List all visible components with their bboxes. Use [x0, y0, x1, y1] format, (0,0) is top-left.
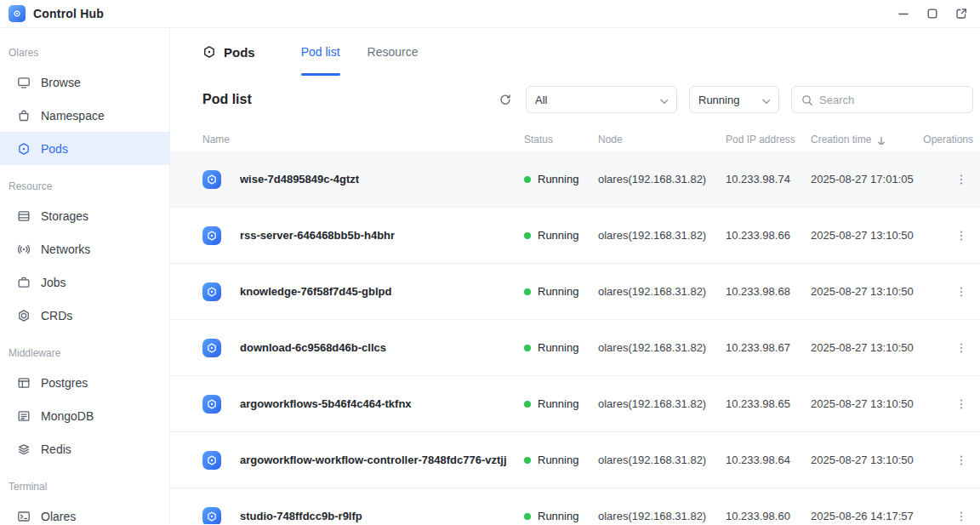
table-row[interactable]: argoworkflows-5b46f4c464-tkfnx Running o… — [170, 376, 980, 432]
sort-descending-icon — [875, 134, 885, 145]
sidebar-item-label: Olares — [41, 510, 76, 523]
pod-name: rss-server-646468bb5b-h4bhr — [240, 229, 395, 242]
sidebar-item-label: CRDs — [41, 309, 72, 322]
more-actions-icon[interactable] — [949, 450, 973, 471]
sidebar-item-postgres[interactable]: Postgres — [0, 366, 169, 399]
browse-icon — [17, 76, 31, 89]
sidebar-section-olares: Olares Browse Namespace Pods — [0, 40, 169, 165]
node-name: olares(192.168.31.82) — [598, 173, 726, 185]
table-row[interactable]: rss-server-646468bb5b-h4bhr Running olar… — [170, 208, 980, 264]
page-title: Pods — [202, 28, 255, 76]
table-row[interactable]: studio-748ffdcc9b-r9lfp Running olares(1… — [170, 488, 980, 524]
pod-name: argoworkflow-workflow-controller-7848fdc… — [240, 454, 507, 466]
maximize-icon[interactable] — [926, 7, 939, 20]
more-actions-icon[interactable] — [949, 282, 973, 302]
status-filter-dropdown[interactable]: Running — [689, 86, 779, 113]
status-running-dot — [524, 288, 531, 295]
sidebar-section-middleware: Middleware Postgres MongoDB Redis — [0, 340, 169, 465]
redis-icon — [17, 442, 31, 456]
status-text: Running — [538, 285, 578, 298]
pod-ip-address: 10.233.98.66 — [726, 229, 811, 242]
more-actions-icon[interactable] — [949, 506, 973, 525]
sidebar-item-mongodb[interactable]: MongoDB — [0, 399, 169, 432]
node-name: olares(192.168.31.82) — [598, 341, 726, 354]
open-external-icon[interactable] — [954, 7, 968, 20]
pod-name: knowledge-76f58f7d45-gblpd — [240, 285, 391, 298]
crds-icon — [17, 309, 31, 322]
node-name: olares(192.168.31.82) — [598, 397, 726, 410]
refresh-icon[interactable] — [497, 91, 514, 108]
networks-icon — [17, 243, 31, 256]
category-filter-value: All — [535, 94, 547, 106]
sidebar-item-redis[interactable]: Redis — [0, 432, 169, 465]
node-name: olares(192.168.31.82) — [598, 285, 726, 298]
column-header-node: Node — [598, 134, 726, 146]
status-text: Running — [538, 397, 578, 410]
sidebar-item-browse[interactable]: Browse — [0, 66, 169, 99]
pod-icon — [202, 282, 221, 301]
pod-icon — [202, 226, 221, 245]
pod-name: download-6c9568d46b-cllcs — [240, 341, 386, 354]
column-header-creation-time[interactable]: Creation time — [811, 134, 932, 146]
creation-time: 2025-08-27 13:10:50 — [811, 285, 932, 298]
chevron-down-icon — [658, 94, 668, 105]
sidebar-item-terminal-olares[interactable]: Olares — [0, 499, 169, 524]
search-input[interactable] — [819, 94, 964, 106]
pod-icon — [202, 339, 221, 357]
more-actions-icon[interactable] — [949, 338, 973, 358]
pods-title-icon — [202, 45, 216, 59]
minimize-icon[interactable] — [897, 7, 910, 20]
pod-ip-address: 10.233.98.74 — [726, 173, 811, 185]
sidebar-item-label: Namespace — [41, 109, 105, 123]
column-header-name: Name — [202, 134, 524, 146]
sidebar-item-jobs[interactable]: Jobs — [0, 265, 169, 299]
sidebar-item-networks[interactable]: Networks — [0, 232, 169, 265]
storages-icon — [17, 209, 31, 223]
sidebar-item-storages[interactable]: Storages — [0, 199, 169, 232]
column-header-status: Status — [524, 134, 598, 146]
table-row[interactable]: download-6c9568d46b-cllcs Running olares… — [170, 320, 980, 376]
status-text: Running — [538, 173, 578, 185]
titlebar: Control Hub — [0, 0, 980, 28]
pod-icon — [202, 507, 221, 525]
search-icon — [801, 94, 812, 106]
sidebar-item-crds[interactable]: CRDs — [0, 299, 169, 332]
more-actions-icon[interactable] — [949, 169, 973, 190]
sidebar-section-label: Terminal — [0, 474, 169, 499]
node-name: olares(192.168.31.82) — [598, 510, 726, 522]
creation-time: 2025-08-27 17:01:05 — [811, 173, 932, 185]
status-running-dot — [524, 176, 531, 183]
status-text: Running — [538, 454, 578, 466]
app-logo-icon — [9, 5, 26, 22]
node-name: olares(192.168.31.82) — [598, 229, 726, 242]
table-row[interactable]: wise-7d4895849c-4gtzt Running olares(192… — [170, 151, 980, 208]
tab-resource[interactable]: Resource — [368, 28, 419, 76]
pod-ip-address: 10.233.98.68 — [726, 285, 811, 298]
tab-pod-list[interactable]: Pod list — [301, 28, 340, 76]
sidebar-item-label: Jobs — [41, 276, 66, 289]
table-row[interactable]: argoworkflow-workflow-controller-7848fdc… — [170, 432, 980, 488]
sidebar-item-namespace[interactable]: Namespace — [0, 99, 169, 132]
more-actions-icon[interactable] — [949, 394, 973, 414]
sidebar-item-label: MongoDB — [41, 409, 94, 423]
namespace-icon — [17, 109, 31, 123]
sidebar: Olares Browse Namespace Pods Resource St… — [0, 28, 170, 524]
pod-icon — [202, 170, 221, 189]
creation-time: 2025-08-27 13:10:50 — [811, 341, 932, 354]
sidebar-item-label: Browse — [41, 76, 81, 89]
creation-time: 2025-08-26 14:17:57 — [811, 510, 932, 522]
table-row[interactable]: knowledge-76f58f7d45-gblpd Running olare… — [170, 264, 980, 320]
sidebar-item-pods[interactable]: Pods — [0, 132, 169, 165]
category-filter-dropdown[interactable]: All — [526, 86, 677, 113]
pod-name: studio-748ffdcc9b-r9lfp — [240, 510, 362, 522]
sidebar-item-label: Networks — [41, 243, 90, 256]
pod-icon — [202, 451, 221, 470]
main-content: Pods Pod list Resource Pod list All Runn… — [170, 28, 980, 524]
list-title: Pod list — [202, 92, 252, 107]
pod-name: argoworkflows-5b46f4c464-tkfnx — [240, 397, 412, 410]
jobs-icon — [17, 276, 31, 289]
more-actions-icon[interactable] — [949, 225, 973, 246]
creation-time: 2025-08-27 13:10:50 — [811, 454, 932, 466]
pods-icon — [17, 142, 31, 156]
pod-name: wise-7d4895849c-4gtzt — [240, 173, 359, 185]
